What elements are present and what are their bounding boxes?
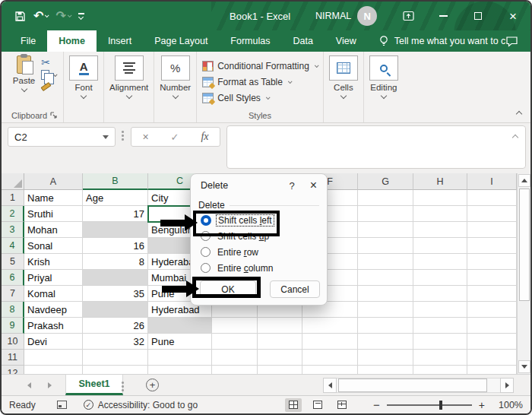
cell-G5[interactable] — [358, 254, 413, 270]
collapse-ribbon-button[interactable] — [516, 111, 522, 117]
cell-C10[interactable]: Pune — [148, 334, 212, 350]
alignment-menu-button[interactable]: Alignment — [109, 55, 148, 122]
cell-H9[interactable] — [413, 318, 467, 334]
cell-A11[interactable] — [24, 350, 83, 366]
formula-input[interactable] — [226, 125, 526, 169]
cell-B8[interactable] — [83, 302, 148, 318]
cell-D11[interactable] — [212, 350, 258, 366]
row-header-9[interactable]: 9 — [2, 318, 24, 334]
maximize-button[interactable] — [461, 2, 496, 30]
radio-label-shift-cells-up[interactable]: Shift cells up — [216, 231, 271, 242]
cell-I1[interactable] — [467, 190, 517, 206]
cell-G4[interactable] — [358, 238, 413, 254]
undo-button[interactable]: ↶ — [31, 8, 50, 24]
cell-D9[interactable] — [212, 318, 258, 334]
macro-record-icon[interactable] — [57, 401, 67, 409]
cell-D10[interactable] — [212, 334, 258, 350]
cell-A6[interactable]: Priyal — [24, 270, 83, 286]
copy-button[interactable] — [41, 70, 56, 80]
cell-I6[interactable] — [467, 270, 517, 286]
cell-G2[interactable] — [358, 206, 413, 222]
avatar[interactable]: N — [357, 6, 377, 26]
row-header-1[interactable]: 1 — [2, 190, 24, 206]
cell-B4[interactable]: 16 — [83, 238, 148, 254]
dialog-help-button[interactable]: ? — [289, 180, 294, 192]
column-header-B[interactable]: B — [83, 173, 148, 190]
radio-shift-cells-up[interactable]: Shift cells up — [191, 228, 327, 244]
column-header-G[interactable]: G — [358, 173, 413, 190]
cancel-button[interactable]: Cancel — [270, 280, 320, 298]
cell-I10[interactable] — [467, 334, 517, 350]
paste-button[interactable]: Paste — [13, 55, 35, 91]
cell-H6[interactable] — [413, 270, 467, 286]
radio-label-entire-row[interactable]: Entire row — [216, 247, 260, 258]
scroll-left-button[interactable] — [323, 378, 337, 393]
tell-me-box[interactable]: Tell me what you want to c — [378, 30, 506, 52]
tab-view[interactable]: View — [325, 30, 368, 52]
tab-file[interactable]: File — [9, 30, 47, 52]
row-header-4[interactable]: 4 — [2, 238, 24, 254]
cell-B3[interactable] — [83, 222, 148, 238]
vertical-scroll-thumb[interactable] — [519, 188, 530, 301]
cell-I12[interactable] — [467, 366, 517, 374]
cell-C12[interactable] — [148, 366, 212, 374]
dialog-launcher-icon[interactable] — [50, 112, 58, 119]
cell-A2[interactable]: Sruthi — [24, 206, 83, 222]
radio-icon[interactable] — [201, 247, 211, 257]
radio-entire-column[interactable]: Entire column — [191, 260, 327, 276]
minimize-button[interactable] — [426, 2, 461, 30]
row-header-7[interactable]: 7 — [2, 286, 24, 302]
select-all-corner[interactable] — [2, 173, 24, 190]
cell-B10[interactable]: 32 — [83, 334, 148, 350]
cell-H3[interactable] — [413, 222, 467, 238]
page-layout-view-button[interactable] — [309, 398, 326, 412]
cell-H2[interactable] — [413, 206, 467, 222]
editing-menu-button[interactable]: Editing — [369, 55, 398, 122]
scroll-down-button[interactable] — [518, 360, 530, 373]
radio-icon[interactable] — [201, 263, 211, 273]
cell-B2[interactable]: 17 — [83, 206, 148, 222]
cell-H12[interactable] — [413, 366, 467, 374]
cell-G6[interactable] — [358, 270, 413, 286]
column-header-I[interactable]: I — [467, 173, 517, 190]
enter-formula-button[interactable]: ✓ — [171, 131, 179, 143]
cell-I4[interactable] — [467, 238, 517, 254]
cell-B7[interactable]: 35 — [83, 286, 148, 302]
row-header-8[interactable]: 8 — [2, 302, 24, 318]
cell-F12[interactable] — [302, 366, 358, 374]
redo-button[interactable]: ↷ — [53, 8, 72, 24]
row-header-12[interactable]: 12 — [2, 366, 24, 374]
tab-data[interactable]: Data — [281, 30, 324, 52]
cell-G10[interactable] — [358, 334, 413, 350]
cell-E11[interactable] — [258, 350, 302, 366]
cell-F9[interactable] — [302, 318, 358, 334]
cell-H8[interactable] — [413, 302, 467, 318]
cell-H4[interactable] — [413, 238, 467, 254]
cell-A4[interactable]: Sonal — [24, 238, 83, 254]
splitter-dots-icon[interactable] — [122, 382, 327, 391]
conditional-formatting-button[interactable]: Conditional Formatting — [202, 58, 318, 74]
accessibility-status[interactable]: ✓ Accessibility: Good to go — [84, 400, 198, 410]
format-as-table-button[interactable]: Format as Table — [202, 74, 318, 90]
cell-B11[interactable] — [83, 350, 148, 366]
tab-home[interactable]: Home — [47, 30, 97, 52]
cell-A10[interactable]: Devi — [24, 334, 83, 350]
zoom-in-button[interactable]: + — [479, 399, 485, 411]
cell-B1[interactable]: Age — [83, 190, 148, 206]
cell-H11[interactable] — [413, 350, 467, 366]
cell-D12[interactable] — [212, 366, 258, 374]
cell-G7[interactable] — [358, 286, 413, 302]
tab-insert[interactable]: Insert — [97, 30, 143, 52]
cell-I5[interactable] — [467, 254, 517, 270]
column-header-H[interactable]: H — [413, 173, 467, 190]
cell-E12[interactable] — [258, 366, 302, 374]
name-box-dropdown-icon[interactable] — [103, 135, 109, 139]
cell-A7[interactable]: Komal — [24, 286, 83, 302]
cell-I2[interactable] — [467, 206, 517, 222]
previous-sheet-button[interactable] — [27, 382, 31, 388]
cell-G1[interactable] — [358, 190, 413, 206]
cell-I3[interactable] — [467, 222, 517, 238]
radio-label-shift-cells-left[interactable]: Shift cells left — [217, 215, 274, 226]
format-painter-button[interactable] — [41, 82, 52, 91]
row-header-10[interactable]: 10 — [2, 334, 24, 350]
